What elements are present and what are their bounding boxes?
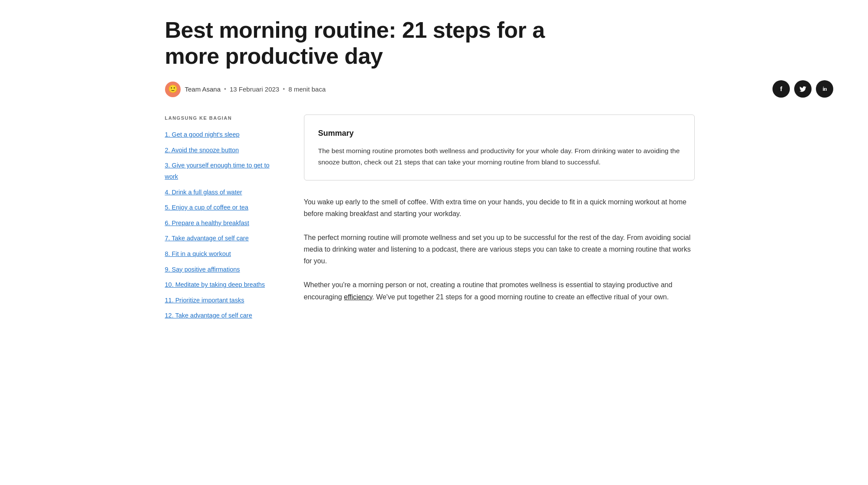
linkedin-icon: in [823, 85, 827, 94]
efficiency-link[interactable]: efficiency [344, 293, 372, 301]
facebook-icon: f [780, 84, 782, 94]
body-paragraph-3: Whether you're a morning person or not, … [304, 279, 695, 302]
author-avatar: 🙂 [165, 82, 181, 97]
article-title: Best morning routine: 21 steps for a mor… [165, 17, 556, 69]
nav-link-9[interactable]: 9. Say positive affirmations [165, 266, 240, 273]
list-item: 12. Take advantage of self care [165, 310, 278, 321]
list-item: 3. Give yourself enough time to get to w… [165, 160, 278, 182]
nav-link-6[interactable]: 6. Prepare a healthy breakfast [165, 220, 249, 226]
body-paragraph-2: The perfect morning routine will promote… [304, 232, 695, 267]
social-share-icons: f in [772, 80, 833, 98]
list-item: 4. Drink a full glass of water [165, 187, 278, 198]
nav-link-10[interactable]: 10. Meditate by taking deep breaths [165, 281, 265, 288]
article-body: You wake up early to the smell of coffee… [304, 196, 695, 303]
list-item: 11. Prioritize important tasks [165, 295, 278, 306]
meta-separator-2: • [283, 84, 285, 94]
list-item: 6. Prepare a healthy breakfast [165, 217, 278, 229]
article-date: 13 Februari 2023 [230, 84, 279, 95]
list-item: 9. Say positive affirmations [165, 264, 278, 275]
nav-link-1[interactable]: 1. Get a good night's sleep [165, 131, 240, 138]
summary-box: Summary The best morning routine promote… [304, 115, 695, 180]
nav-link-4[interactable]: 4. Drink a full glass of water [165, 189, 242, 196]
nav-link-5[interactable]: 5. Enjoy a cup of coffee or tea [165, 204, 248, 211]
list-item: 10. Meditate by taking deep breaths [165, 279, 278, 290]
main-article-content: Summary The best morning routine promote… [304, 115, 695, 325]
body-paragraph-1: You wake up early to the smell of coffee… [304, 196, 695, 220]
nav-link-3[interactable]: 3. Give yourself enough time to get to w… [165, 162, 270, 180]
nav-link-8[interactable]: 8. Fit in a quick workout [165, 250, 231, 257]
list-item: 8. Fit in a quick workout [165, 248, 278, 259]
summary-title: Summary [318, 127, 680, 140]
sidebar-nav-list: 1. Get a good night's sleep 2. Avoid the… [165, 129, 278, 321]
article-meta: 🙂 Team Asana • 13 Februari 2023 • 8 meni… [165, 82, 326, 97]
nav-link-12[interactable]: 12. Take advantage of self care [165, 312, 252, 319]
list-item: 5. Enjoy a cup of coffee or tea [165, 202, 278, 213]
sidebar-section-label: LANGSUNG KE BAGIAN [165, 115, 278, 122]
nav-link-7[interactable]: 7. Take advantage of self care [165, 235, 249, 242]
twitter-icon [799, 85, 807, 93]
article-read-time: 8 menit baca [288, 84, 326, 95]
twitter-share-button[interactable] [794, 80, 812, 98]
author-name: Team Asana [185, 84, 221, 95]
body-paragraph-3-after: . We've put together 21 steps for a good… [372, 293, 669, 301]
nav-link-2[interactable]: 2. Avoid the snooze button [165, 147, 239, 154]
list-item: 7. Take advantage of self care [165, 233, 278, 244]
meta-separator-1: • [224, 84, 226, 94]
table-of-contents-sidebar: LANGSUNG KE BAGIAN 1. Get a good night's… [165, 115, 278, 325]
linkedin-share-button[interactable]: in [816, 80, 833, 98]
nav-link-11[interactable]: 11. Prioritize important tasks [165, 297, 244, 304]
list-item: 2. Avoid the snooze button [165, 144, 278, 156]
list-item: 1. Get a good night's sleep [165, 129, 278, 140]
summary-text: The best morning routine promotes both w… [318, 145, 680, 167]
facebook-share-button[interactable]: f [772, 80, 790, 98]
content-area: LANGSUNG KE BAGIAN 1. Get a good night's… [165, 115, 703, 325]
